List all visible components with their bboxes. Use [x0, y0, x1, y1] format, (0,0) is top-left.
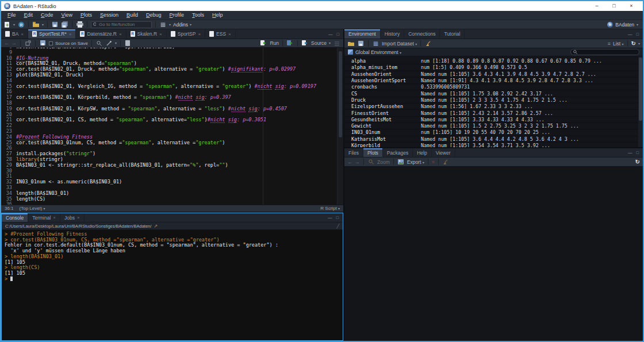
- tab-ba[interactable]: BA×: [1, 29, 28, 39]
- project-button[interactable]: R BAdaten▾: [607, 22, 641, 28]
- menu-code[interactable]: Code: [37, 11, 57, 20]
- popout-icon[interactable]: [24, 40, 32, 47]
- clear-workspace-icon[interactable]: [424, 40, 432, 47]
- goto-file-input[interactable]: [98, 21, 150, 28]
- zoom-plot-icon[interactable]: [367, 159, 375, 166]
- environment-object-row[interactable]: GesundheitsMotNamed num [1:105] 3.33 4.3…: [344, 117, 643, 123]
- code-editor[interactable]: 8wilcox.test(BA$AussehenOrientSport ~ Sp…: [1, 48, 343, 205]
- tab-datens-tze-r[interactable]: Datensätze.R×: [76, 29, 126, 39]
- tab-skalen-r[interactable]: Skalen.R×: [126, 29, 167, 39]
- close-tab-icon[interactable]: ×: [53, 215, 56, 220]
- environment-object-row[interactable]: KörperbildNamed num [1:105] 3.54 3.54 3.…: [344, 143, 643, 147]
- tab-history[interactable]: History: [381, 29, 404, 39]
- import-dataset-icon[interactable]: ▦: [372, 40, 379, 47]
- open-file-caret-icon[interactable]: ▾: [42, 23, 44, 26]
- file-type-selector[interactable]: R Script ▾: [320, 206, 340, 211]
- minimize-pane-icon[interactable]: —: [328, 215, 332, 220]
- rerun-icon[interactable]: [286, 40, 294, 47]
- environment-object-row[interactable]: EizelsportAussehenNamed num [1:56] 1.67 …: [344, 103, 643, 110]
- source-icon[interactable]: [301, 40, 309, 47]
- menu-session[interactable]: Session: [96, 11, 122, 20]
- minimize-pane-icon[interactable]: —: [628, 32, 632, 37]
- maximize-pane-icon[interactable]: □: [336, 32, 339, 37]
- menu-view[interactable]: View: [57, 11, 76, 20]
- export-plot-icon[interactable]: [397, 159, 405, 166]
- menu-profile[interactable]: Profile: [166, 11, 189, 20]
- print-icon[interactable]: [76, 21, 83, 28]
- run-icon[interactable]: [260, 40, 267, 47]
- save-all-icon[interactable]: [61, 21, 68, 28]
- export-plot-button[interactable]: Export ▾: [407, 159, 424, 165]
- tab-console[interactable]: Console: [2, 213, 28, 222]
- environment-object-row[interactable]: FinesstOrientNamed num [1:105] 2.43 2.14…: [344, 110, 643, 116]
- previous-plot-icon[interactable]: ←: [347, 159, 352, 165]
- minimize-pane-icon[interactable]: —: [328, 32, 333, 37]
- menu-tools[interactable]: Tools: [188, 11, 208, 20]
- tab-packages[interactable]: Packages: [383, 148, 413, 157]
- tab-help[interactable]: Help: [413, 148, 431, 157]
- new-project-icon[interactable]: R: [17, 21, 25, 28]
- maximize-button[interactable]: □: [605, 2, 623, 10]
- source-button[interactable]: Source: [311, 40, 327, 46]
- save-icon[interactable]: [39, 40, 47, 47]
- environment-object-row[interactable]: alpha_minus_itemnum [1:5] 0.409 0.366 0.…: [344, 64, 643, 71]
- environment-search-box[interactable]: [570, 49, 639, 55]
- environment-object-row[interactable]: KatharsisMotNamed num [1:105] 3.6 4.4 4.…: [344, 136, 643, 143]
- tab-jobs[interactable]: Jobs×: [60, 213, 85, 222]
- close-tab-icon[interactable]: ×: [119, 32, 122, 37]
- minimize-button[interactable]: –: [588, 2, 605, 10]
- tab-connections[interactable]: Connections: [404, 29, 440, 39]
- import-dataset-button[interactable]: Import Dataset ▾: [382, 41, 417, 47]
- new-file-caret-icon[interactable]: ▾: [13, 23, 15, 26]
- run-button[interactable]: Run: [270, 40, 279, 46]
- environment-object-row[interactable]: IN03_01numnum [1:105] 10 19 20 55 40 70 …: [344, 129, 643, 136]
- menu-file[interactable]: File: [3, 11, 20, 20]
- refresh-plots-icon[interactable]: ↻: [635, 159, 640, 165]
- show-document-outline-icon[interactable]: [333, 40, 340, 47]
- menu-debug[interactable]: Debug: [142, 11, 166, 20]
- tab-sporttest-r-[interactable]: SportTest.R*×: [28, 29, 76, 39]
- close-tab-icon[interactable]: ×: [21, 32, 24, 37]
- code-tools-caret-icon[interactable]: ▾: [115, 41, 117, 45]
- environment-search-input[interactable]: [579, 49, 637, 55]
- source-on-save-checkbox[interactable]: [49, 41, 53, 45]
- tab-ess[interactable]: ESS×: [205, 29, 236, 39]
- refresh-caret-icon[interactable]: ▾: [638, 42, 640, 45]
- tab-sportsp[interactable]: SportSP×: [167, 29, 205, 39]
- zoom-plot-button[interactable]: Zoom: [377, 159, 390, 165]
- save-workspace-icon[interactable]: [357, 40, 365, 47]
- refresh-environment-icon[interactable]: ↻: [631, 40, 636, 47]
- next-plot-icon[interactable]: →: [355, 159, 360, 165]
- maximize-pane-icon[interactable]: □: [336, 215, 339, 220]
- pane-layout-caret-icon[interactable]: ▾: [169, 23, 171, 26]
- console-output[interactable]: > #Prozent Following Fitness> cor.test(B…: [2, 230, 343, 340]
- compile-report-icon[interactable]: [124, 40, 132, 47]
- tab-plots[interactable]: Plots: [363, 148, 383, 157]
- scope-selector[interactable]: (Top Level) ▾: [20, 206, 45, 211]
- close-tab-icon[interactable]: ×: [69, 32, 72, 37]
- goto-file-box[interactable]: [91, 21, 152, 28]
- menu-help[interactable]: Help: [208, 11, 227, 20]
- close-button[interactable]: ×: [623, 2, 640, 10]
- open-file-icon[interactable]: [32, 21, 40, 28]
- close-tab-icon[interactable]: ×: [159, 32, 162, 37]
- tab-viewer[interactable]: Viewer: [432, 148, 455, 157]
- close-tab-icon[interactable]: ×: [198, 32, 201, 37]
- editor-scrollbar[interactable]: [337, 48, 343, 205]
- remove-plot-icon[interactable]: ×: [432, 159, 435, 165]
- source-caret-icon[interactable]: ▾: [329, 41, 331, 45]
- clear-plots-icon[interactable]: [442, 159, 450, 166]
- environment-object-row[interactable]: alphanum [1:18] 0.88 0.89 0.8 0.87 0.92 …: [344, 58, 643, 64]
- environment-object-row[interactable]: cronbachs0.533996005809731: [344, 84, 643, 90]
- maximize-pane-icon[interactable]: □: [636, 150, 639, 155]
- load-workspace-icon[interactable]: [347, 40, 355, 47]
- forward-icon[interactable]: →: [12, 40, 17, 46]
- menu-edit[interactable]: Edit: [20, 11, 37, 20]
- menu-plots[interactable]: Plots: [76, 11, 96, 20]
- environment-object-row[interactable]: DruckNamed num [1:105] 2 3 3 3.5 4 1.75 …: [344, 97, 643, 103]
- environment-object-row[interactable]: AussehenOrientSportNamed num [1:91] 4.3 …: [344, 78, 643, 84]
- close-tab-icon[interactable]: ×: [228, 32, 231, 37]
- environment-object-row[interactable]: GewichtNamed num [1:105] 1.5 2 2.75 3.25…: [344, 123, 643, 129]
- pane-layout-icon[interactable]: ▦: [159, 21, 167, 28]
- tab-environment[interactable]: Environment: [344, 29, 381, 39]
